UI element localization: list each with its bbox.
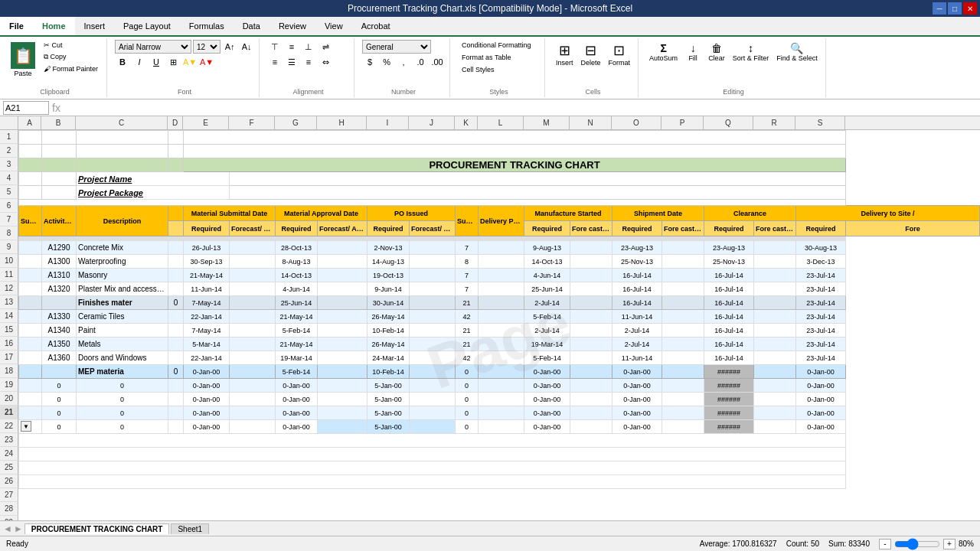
- cell-f23[interactable]: [230, 393, 276, 406]
- row-header-29[interactable]: 29: [0, 516, 18, 520]
- cell-r22[interactable]: [754, 379, 796, 393]
- cell-p24[interactable]: [662, 406, 704, 420]
- cell-f17[interactable]: [230, 310, 276, 324]
- cell-o16[interactable]: 16-Jul-14: [612, 296, 662, 310]
- scroll-sheets-right[interactable]: ►: [14, 523, 23, 534]
- cell-q25[interactable]: ######: [704, 420, 754, 434]
- cell-g23[interactable]: 0-Jan-00: [276, 393, 318, 406]
- row-header-11[interactable]: 11: [0, 268, 18, 282]
- cell-k19[interactable]: 21: [456, 337, 479, 351]
- cell-e4[interactable]: [230, 172, 846, 186]
- cell-n12[interactable]: [570, 241, 612, 255]
- cell-j19[interactable]: [410, 337, 456, 351]
- cell-b23[interactable]: 0: [42, 393, 77, 406]
- cell-c21[interactable]: MEP materia: [77, 365, 168, 379]
- cell-a20[interactable]: [19, 351, 42, 365]
- cell-p16[interactable]: [662, 296, 704, 310]
- cell-j24[interactable]: [410, 406, 456, 420]
- col-header-s[interactable]: S: [795, 116, 845, 129]
- cell-c20[interactable]: Doors and Windows: [77, 351, 168, 365]
- cell-c23[interactable]: 0: [77, 393, 168, 406]
- cell-l18[interactable]: [479, 324, 524, 337]
- cell-h22[interactable]: [318, 379, 368, 393]
- row-header-13[interactable]: 13: [0, 295, 18, 309]
- zoom-out-button[interactable]: -: [879, 539, 891, 549]
- cell-l25[interactable]: [479, 420, 524, 434]
- cell-a25[interactable]: ▼: [19, 420, 42, 434]
- cell-a22[interactable]: [19, 379, 42, 393]
- cell-p12[interactable]: [662, 241, 704, 255]
- cell-s17[interactable]: 23-Jul-14: [796, 310, 846, 324]
- align-right-button[interactable]: ≡: [301, 55, 316, 69]
- cell-h14[interactable]: [318, 269, 368, 282]
- cell-a16[interactable]: [19, 296, 42, 310]
- copy-button[interactable]: ⧉ Copy: [40, 51, 102, 63]
- cell-o18[interactable]: 2-Jul-14: [612, 324, 662, 337]
- cell-i25[interactable]: 5-Jan-00: [368, 420, 410, 434]
- cell-h8-fore[interactable]: Forecast/ Actual: [318, 221, 368, 236]
- cell-h21[interactable]: [318, 365, 368, 379]
- cell-b20[interactable]: A1360: [42, 351, 77, 365]
- cell-s18[interactable]: 23-Jul-14: [796, 324, 846, 337]
- tab-view[interactable]: View: [315, 17, 352, 35]
- cell-h25[interactable]: [318, 420, 368, 434]
- cell-h13[interactable]: [318, 255, 368, 269]
- increase-decimal-button[interactable]: .0: [413, 55, 428, 69]
- cell-m22[interactable]: 0-Jan-00: [524, 379, 570, 393]
- number-format-select[interactable]: General: [362, 40, 431, 54]
- cell-g13[interactable]: 8-Aug-13: [276, 255, 318, 269]
- font-name-select[interactable]: Arial Narrow: [115, 40, 191, 54]
- cell-e12[interactable]: 26-Jul-13: [184, 241, 230, 255]
- cell-p22[interactable]: [662, 379, 704, 393]
- cell-g19[interactable]: 21-May-14: [276, 337, 318, 351]
- add-sheet-button[interactable]: ◄: [3, 523, 12, 534]
- cell-r17[interactable]: [754, 310, 796, 324]
- cell-a15[interactable]: [19, 282, 42, 296]
- cell-s13[interactable]: 3-Dec-13: [796, 255, 846, 269]
- cell-a5[interactable]: [19, 186, 42, 200]
- cell-p8-fore[interactable]: Fore cast/ Actual: [662, 221, 704, 236]
- cell-c1[interactable]: [77, 131, 168, 145]
- cell-d24[interactable]: [168, 406, 184, 420]
- align-center-button[interactable]: ☰: [284, 55, 299, 69]
- cell-m12[interactable]: 9-Aug-13: [524, 241, 570, 255]
- delete-cells-button[interactable]: ⊟ Delete: [578, 40, 604, 69]
- cell-n18[interactable]: [570, 324, 612, 337]
- col-header-b[interactable]: B: [41, 116, 76, 129]
- cell-r23[interactable]: [754, 393, 796, 406]
- cell-a24[interactable]: [19, 406, 42, 420]
- cell-project-package[interactable]: Project Package: [77, 186, 230, 200]
- col-header-r[interactable]: R: [753, 116, 795, 129]
- cell-e25[interactable]: 0-Jan-00: [184, 420, 230, 434]
- row-header-3[interactable]: 3: [0, 158, 18, 171]
- cell-j15[interactable]: [410, 282, 456, 296]
- cell-h18[interactable]: [318, 324, 368, 337]
- cell-g12[interactable]: 28-Oct-13: [276, 241, 318, 255]
- row-header-8[interactable]: 8: [0, 227, 18, 240]
- cell-e14[interactable]: 21-May-14: [184, 269, 230, 282]
- cell-b3[interactable]: [42, 158, 77, 172]
- increase-font-button[interactable]: A↑: [222, 40, 237, 54]
- cell-b22[interactable]: 0: [42, 379, 77, 393]
- cell-c13[interactable]: Waterproofing: [77, 255, 168, 269]
- cell-q19[interactable]: 16-Jul-14: [704, 337, 754, 351]
- cell-a19[interactable]: [19, 337, 42, 351]
- cell-l23[interactable]: [479, 393, 524, 406]
- cell-o14[interactable]: 16-Jul-14: [612, 269, 662, 282]
- cell-manufacture-started[interactable]: Manufacture Started: [524, 206, 612, 221]
- cell-m13[interactable]: 14-Oct-13: [524, 255, 570, 269]
- cell-r25[interactable]: [754, 420, 796, 434]
- cell-d3[interactable]: [168, 158, 184, 172]
- cell-c24[interactable]: 0: [77, 406, 168, 420]
- cell-b17[interactable]: A1330: [42, 310, 77, 324]
- cell-j14[interactable]: [410, 269, 456, 282]
- cell-g15[interactable]: 4-Jun-14: [276, 282, 318, 296]
- cell-h17[interactable]: [318, 310, 368, 324]
- cell-h24[interactable]: [318, 406, 368, 420]
- cell-p25[interactable]: [662, 420, 704, 434]
- cell-l22[interactable]: [479, 379, 524, 393]
- cell-f19[interactable]: [230, 337, 276, 351]
- row-header-24[interactable]: 24: [0, 447, 18, 461]
- cell-c25[interactable]: 0: [77, 420, 168, 434]
- cell-r21[interactable]: [754, 365, 796, 379]
